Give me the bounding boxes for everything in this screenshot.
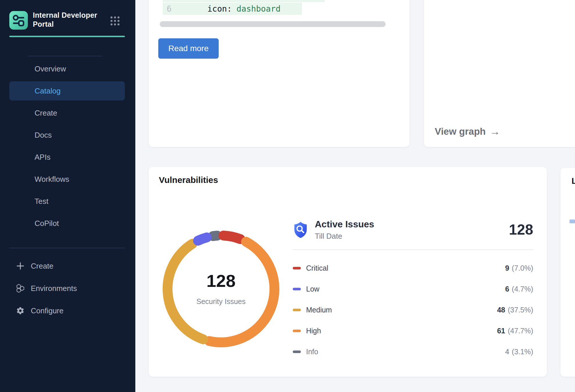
code-horizontal-scrollbar[interactable]	[160, 21, 386, 27]
legend-value: 9	[505, 264, 509, 272]
code-key-token: icon:	[207, 4, 232, 14]
legend-label: Critical	[306, 264, 328, 272]
legend-left: Critical	[293, 264, 328, 272]
sidebar-nav: Overview Catalog Create Docs APIs Workfl…	[9, 59, 125, 236]
legend-percent: (47.7%)	[508, 327, 533, 335]
sidebar-item-catalog[interactable]: Catalog	[9, 81, 125, 100]
legend-label: Info	[306, 348, 318, 356]
sidebar-item-apis[interactable]: APIs	[9, 148, 125, 167]
bottom-item-label: Environments	[31, 284, 77, 293]
vulnerabilities-title: Vulnerabilities	[159, 175, 218, 185]
code-line-partial	[163, 0, 325, 2]
logo-glyph	[9, 11, 28, 30]
legend-row-low[interactable]: Low 6 (4.7%)	[293, 278, 533, 299]
legend-right: 9 (7.0%)	[505, 264, 533, 272]
sidebar-item-workflows[interactable]: Workflows	[9, 170, 125, 189]
sidebar: Internal Developer Portal Overview Catal…	[0, 0, 135, 392]
sidebar-item-create-action[interactable]: Create	[0, 257, 135, 275]
legend-left: Low	[293, 285, 319, 293]
legend-percent: (7.0%)	[512, 264, 533, 272]
active-issues-titles: Active Issues Till Date	[315, 219, 374, 241]
high-color-pill	[293, 330, 301, 332]
apps-grid-icon[interactable]	[110, 16, 120, 26]
info-color-pill	[293, 350, 301, 353]
donut-segment-info[interactable]	[213, 235, 217, 236]
about-code-card: 6 icon: dashboard Read more	[149, 0, 409, 147]
security-issues-donut-chart[interactable]: 128 Security Issues	[157, 225, 285, 353]
donut-segments	[157, 225, 285, 353]
donut-segment-low[interactable]	[198, 238, 207, 241]
legend-left: Medium	[293, 306, 332, 314]
donut-segment-medium[interactable]	[168, 244, 203, 339]
low-color-pill	[293, 288, 301, 290]
medium-color-pill	[293, 309, 301, 311]
app-root: { "sidebar": { "title": "Internal Develo…	[0, 0, 575, 392]
issues-divider	[293, 249, 533, 250]
sidebar-item-test[interactable]: Test	[9, 192, 125, 211]
legend-left: High	[293, 327, 321, 335]
clipped-right-card: L	[560, 168, 575, 377]
gear-icon	[16, 306, 25, 315]
view-graph-link[interactable]: View graph →	[435, 125, 500, 138]
plus-icon	[16, 261, 25, 271]
active-issues-panel: Active Issues Till Date 128 Critical 9 (…	[293, 218, 533, 362]
donut-segment-critical[interactable]	[224, 235, 240, 239]
sidebar-item-create[interactable]: Create	[9, 103, 125, 123]
sidebar-item-copilot[interactable]: CoPilot	[9, 214, 125, 233]
donut-segment-high[interactable]	[209, 242, 274, 342]
view-graph-label: View graph	[435, 126, 486, 137]
sidebar-divider-bottom	[9, 248, 125, 248]
relations-graph-card: View graph →	[424, 0, 575, 147]
legend-right: 48 (37.5%)	[497, 306, 533, 314]
sidebar-item-docs[interactable]: Docs	[9, 125, 125, 145]
active-issues-header: Active Issues Till Date 128	[293, 218, 533, 241]
legend-row-high[interactable]: High 61 (47.7%)	[293, 320, 533, 341]
legend-value: 61	[497, 327, 505, 335]
shield-search-icon	[293, 221, 308, 238]
legend-value: 6	[505, 285, 509, 293]
active-issues-total: 128	[509, 221, 533, 238]
hexagons-icon	[16, 284, 25, 293]
sidebar-accent-bar	[9, 36, 125, 37]
sidebar-bottom-nav: Create Environments Configure	[0, 257, 135, 324]
bottom-item-label: Configure	[31, 306, 64, 315]
legend-row-info[interactable]: Info 4 (3.1%)	[293, 341, 533, 362]
clipped-card-title: L	[572, 176, 575, 186]
legend-value: 4	[505, 348, 509, 356]
clipped-chart-bar	[569, 220, 575, 223]
legend-row-critical[interactable]: Critical 9 (7.0%)	[293, 258, 533, 278]
code-line-number: 6	[163, 4, 177, 14]
legend-right: 4 (3.1%)	[505, 348, 533, 356]
active-issues-title: Active Issues	[315, 219, 374, 230]
sidebar-item-configure[interactable]: Configure	[0, 301, 135, 320]
app-title: Internal Developer Portal	[33, 11, 105, 29]
code-line: 6 icon: dashboard	[163, 3, 302, 15]
sidebar-divider-top	[28, 56, 102, 56]
bottom-item-label: Create	[31, 262, 53, 271]
read-more-button[interactable]: Read more	[158, 38, 219, 59]
arrow-right-icon: →	[490, 125, 500, 138]
app-logo-icon	[9, 11, 28, 30]
legend-row-medium[interactable]: Medium 48 (37.5%)	[293, 299, 533, 320]
legend-right: 6 (4.7%)	[505, 285, 533, 293]
sidebar-item-environments[interactable]: Environments	[0, 279, 135, 298]
code-value-token: dashboard	[236, 4, 281, 14]
critical-color-pill	[293, 267, 301, 269]
legend-left: Info	[293, 348, 318, 356]
legend-percent: (3.1%)	[512, 348, 533, 356]
vulnerabilities-card: Vulnerabilities 128 Security Issues	[149, 167, 547, 377]
legend-percent: (37.5%)	[508, 306, 533, 314]
active-issues-subtitle: Till Date	[315, 232, 374, 241]
severity-legend: Critical 9 (7.0%) Low 6 (4.7%)	[293, 258, 533, 362]
legend-label: High	[306, 327, 321, 335]
legend-right: 61 (47.7%)	[497, 327, 533, 335]
legend-value: 48	[497, 306, 505, 314]
sidebar-item-overview[interactable]: Overview	[9, 59, 125, 78]
legend-percent: (4.7%)	[512, 285, 533, 293]
legend-label: Medium	[306, 306, 332, 314]
legend-label: Low	[306, 285, 319, 293]
